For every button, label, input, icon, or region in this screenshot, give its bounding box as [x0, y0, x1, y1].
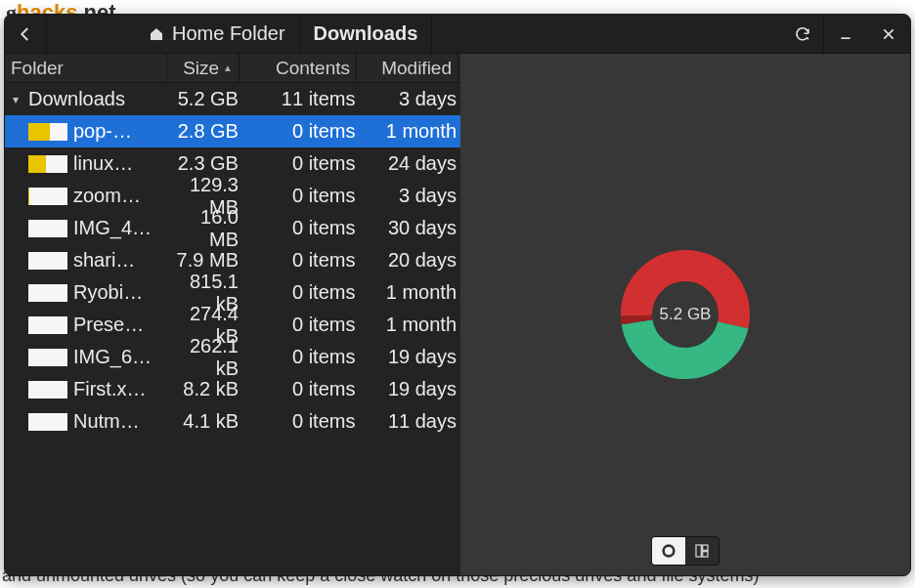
contents-cell: 0 items: [239, 120, 355, 143]
modified-cell: 1 month: [355, 120, 457, 143]
ring-chart-icon: [661, 543, 676, 559]
home-icon: [149, 26, 164, 42]
modified-cell: 19 days: [355, 378, 457, 400]
svg-rect-0: [841, 37, 850, 39]
contents-cell: 0 items: [239, 281, 355, 304]
usage-bar: [28, 188, 67, 205]
donut-center-label: 5.2 GB: [612, 241, 759, 388]
table-row[interactable]: First.x…8.2 kB0 items19 days: [5, 373, 460, 405]
refresh-icon: [794, 25, 811, 43]
modified-cell: 19 days: [355, 346, 457, 368]
back-button[interactable]: [5, 15, 47, 53]
column-header-modified[interactable]: Modified: [357, 54, 458, 82]
table-row[interactable]: ▾Downloads5.2 GB11 items3 days: [5, 83, 460, 115]
table-row[interactable]: Nutm…4.1 kB0 items11 days: [5, 405, 460, 438]
table-row[interactable]: IMG_4…16.0 MB0 items30 days: [5, 212, 460, 244]
file-name: First.x…: [73, 378, 166, 400]
usage-bar: [28, 413, 67, 431]
expander-icon[interactable]: ▾: [9, 93, 22, 106]
folder-name: Downloads: [28, 88, 166, 110]
contents-cell: 11 items: [239, 88, 355, 110]
close-icon: [881, 26, 896, 42]
size-cell: 4.1 kB: [166, 410, 239, 433]
column-header-size[interactable]: Size▲: [167, 54, 240, 82]
minimize-icon: [838, 26, 853, 42]
treemap-chart-button[interactable]: [685, 537, 719, 565]
modified-cell: 11 days: [355, 410, 457, 433]
usage-bar: [28, 381, 67, 399]
usage-bar: [28, 349, 67, 366]
breadcrumb-downloads[interactable]: Downloads: [300, 15, 433, 53]
size-cell: 16.0 MB: [166, 206, 239, 251]
contents-cell: 0 items: [239, 185, 355, 207]
size-cell: 5.2 GB: [166, 88, 239, 110]
chart-view-toggle: [651, 536, 719, 566]
table-row[interactable]: IMG_6…262.1 kB0 items19 days: [5, 341, 460, 373]
modified-cell: 24 days: [355, 152, 457, 175]
chevron-left-icon: [17, 25, 34, 43]
chart-pane: 5.2 GB: [460, 54, 910, 575]
svg-rect-8: [703, 552, 708, 557]
contents-cell: 0 items: [239, 314, 355, 336]
usage-bar: [28, 155, 67, 173]
tree-pane: Folder Size▲ Contents Modified ▾Download…: [5, 54, 460, 575]
usage-bar: [28, 220, 67, 237]
table-row[interactable]: pop-…2.8 GB0 items1 month: [5, 115, 460, 147]
treemap-icon: [694, 543, 710, 559]
contents-cell: 0 items: [239, 217, 355, 239]
modified-cell: 1 month: [355, 314, 457, 336]
modified-cell: 3 days: [355, 88, 457, 110]
breadcrumb-home[interactable]: Home Folder: [135, 15, 300, 53]
usage-bar: [28, 316, 67, 334]
file-name: Ryobi…: [73, 281, 166, 304]
size-cell: 2.3 GB: [166, 152, 239, 175]
modified-cell: 1 month: [355, 281, 457, 304]
contents-cell: 0 items: [239, 249, 355, 272]
file-name: IMG_4…: [73, 217, 166, 239]
minimize-button[interactable]: [824, 15, 867, 53]
toolbar: Home Folder Downloads: [5, 15, 910, 54]
breadcrumb-label: Downloads: [314, 22, 418, 45]
size-cell: 2.8 GB: [166, 120, 239, 143]
close-button[interactable]: [867, 15, 910, 53]
usage-bar: [28, 284, 67, 302]
size-cell: 8.2 kB: [166, 378, 239, 400]
file-name: Prese…: [73, 314, 166, 336]
column-header-contents[interactable]: Contents: [240, 54, 357, 82]
file-name: pop-…: [73, 120, 166, 143]
size-cell: 7.9 MB: [166, 249, 239, 272]
ring-chart-button[interactable]: [652, 537, 685, 565]
svg-rect-6: [696, 545, 701, 557]
file-name: Nutm…: [73, 410, 166, 433]
disk-usage-analyzer-window: Home Folder Downloads Folder Size▲ Conte…: [4, 14, 911, 576]
column-header-folder[interactable]: Folder: [5, 54, 167, 82]
size-cell: 262.1 kB: [166, 335, 239, 380]
usage-bar: [28, 252, 67, 270]
contents-cell: 0 items: [239, 346, 355, 368]
usage-bar: [28, 123, 67, 141]
modified-cell: 3 days: [355, 185, 457, 207]
file-name: linux…: [73, 152, 166, 175]
column-headers: Folder Size▲ Contents Modified: [5, 54, 460, 83]
usage-donut-chart[interactable]: 5.2 GB: [612, 241, 759, 388]
refresh-button[interactable]: [782, 15, 824, 53]
modified-cell: 30 days: [355, 217, 457, 239]
contents-cell: 0 items: [239, 378, 355, 400]
sort-asc-icon: ▲: [223, 63, 233, 73]
contents-cell: 0 items: [239, 152, 355, 175]
file-name: IMG_6…: [73, 346, 166, 368]
contents-cell: 0 items: [239, 410, 355, 433]
svg-rect-7: [703, 545, 708, 550]
breadcrumb-label: Home Folder: [172, 22, 285, 45]
svg-point-5: [664, 546, 675, 557]
file-name: zoom…: [73, 185, 166, 207]
file-name: shari…: [73, 249, 166, 272]
modified-cell: 20 days: [355, 249, 457, 272]
